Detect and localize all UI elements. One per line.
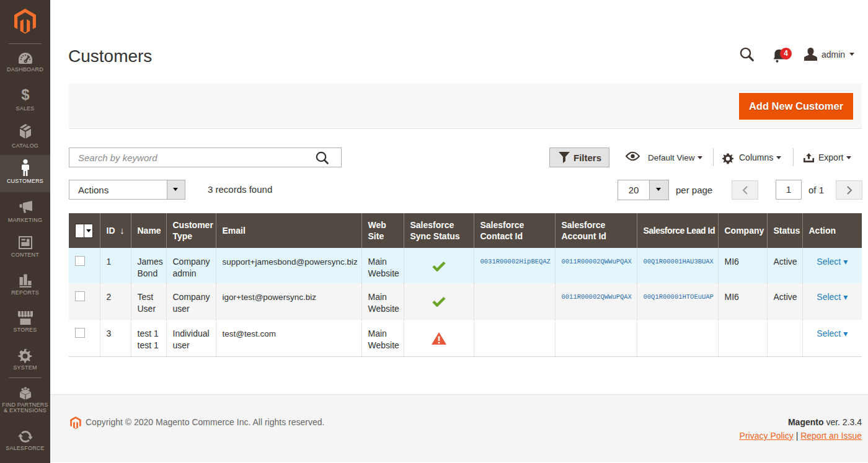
svg-text:$: $ <box>21 87 30 102</box>
